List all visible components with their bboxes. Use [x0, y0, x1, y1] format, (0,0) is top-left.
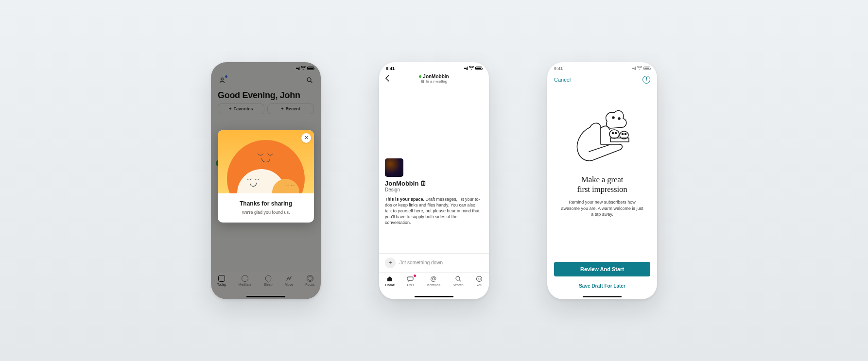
you-icon [476, 275, 483, 282]
battery-icon [475, 67, 482, 70]
share-modal: ✕ Thanks for sharing We're glad you foun… [218, 130, 314, 223]
status-bar: 9:41 [547, 62, 657, 73]
status-time: 9:41 [554, 66, 563, 71]
svg-point-13 [615, 132, 617, 134]
hero-illustration [566, 98, 639, 166]
svg-point-7 [480, 278, 481, 279]
svg-point-10 [609, 130, 619, 138]
svg-point-8 [612, 117, 614, 119]
mailchimp-screen: 9:41 Cancel i [547, 62, 657, 299]
svg-point-14 [622, 133, 624, 135]
composer-row: + Jot something down [379, 253, 489, 272]
battery-icon [643, 67, 650, 70]
tab-bar: Home DMs @ Mentions Search You [379, 272, 489, 299]
profile-name: JonMobbin 🗓 [385, 180, 483, 187]
svg-point-12 [612, 132, 614, 134]
space-description: This is your space. Draft messages, list… [385, 196, 483, 226]
svg-point-6 [478, 278, 479, 279]
status-bar: 9:41 [379, 62, 489, 73]
presence-dot-icon [419, 75, 421, 78]
mentions-icon: @ [430, 275, 436, 282]
svg-point-5 [477, 276, 482, 281]
signal-icon [632, 66, 636, 71]
wifi-icon [637, 66, 642, 71]
status-time: 9:41 [386, 66, 395, 71]
svg-point-15 [625, 133, 626, 135]
tab-search[interactable]: Search [453, 275, 464, 299]
review-start-button[interactable]: Review And Start [554, 262, 650, 276]
hero-subtitle: Remind your new subscribers how awesome … [547, 199, 657, 218]
nav-header: JonMobbin 🗓 In a meeting [379, 73, 489, 86]
svg-point-3 [456, 276, 460, 280]
modal-subtitle: We're glad you found us. [224, 210, 308, 215]
wifi-icon [469, 66, 474, 71]
header-status: 🗓 In a meeting [385, 79, 483, 84]
modal-illustration: ✕ [218, 130, 314, 193]
status-emoji-icon: 🗓 [420, 180, 427, 187]
cancel-button[interactable]: Cancel [554, 77, 571, 83]
back-icon[interactable] [385, 75, 390, 83]
composer-input[interactable]: Jot something down [399, 260, 443, 265]
tab-home[interactable]: Home [385, 275, 395, 299]
avatar[interactable] [385, 158, 403, 177]
save-draft-button[interactable]: Save Draft For Later [554, 280, 650, 292]
slack-screen: 9:41 JonMobbin 🗓 In a meeting JonMobbin … [379, 62, 489, 299]
home-icon [386, 275, 393, 282]
modal-title: Thanks for sharing [224, 200, 308, 207]
info-icon[interactable]: i [642, 76, 650, 84]
search-icon [455, 275, 462, 282]
profile-title: Design [385, 187, 483, 192]
home-indicator[interactable] [415, 296, 453, 297]
close-icon[interactable]: ✕ [301, 133, 311, 143]
plus-icon[interactable]: + [385, 258, 396, 268]
header-username[interactable]: JonMobbin [385, 74, 483, 79]
signal-icon [464, 66, 468, 71]
svg-point-9 [618, 118, 620, 120]
tab-you[interactable]: You [476, 275, 483, 299]
tab-dms[interactable]: DMs [407, 275, 414, 299]
home-indicator[interactable] [583, 296, 622, 297]
headspace-screen: Good Evening, John +Favorites +Recent ✓ … [211, 62, 321, 299]
hero-heading: Make a great first impression [547, 175, 657, 195]
dms-icon [407, 275, 414, 282]
svg-line-4 [459, 280, 461, 281]
